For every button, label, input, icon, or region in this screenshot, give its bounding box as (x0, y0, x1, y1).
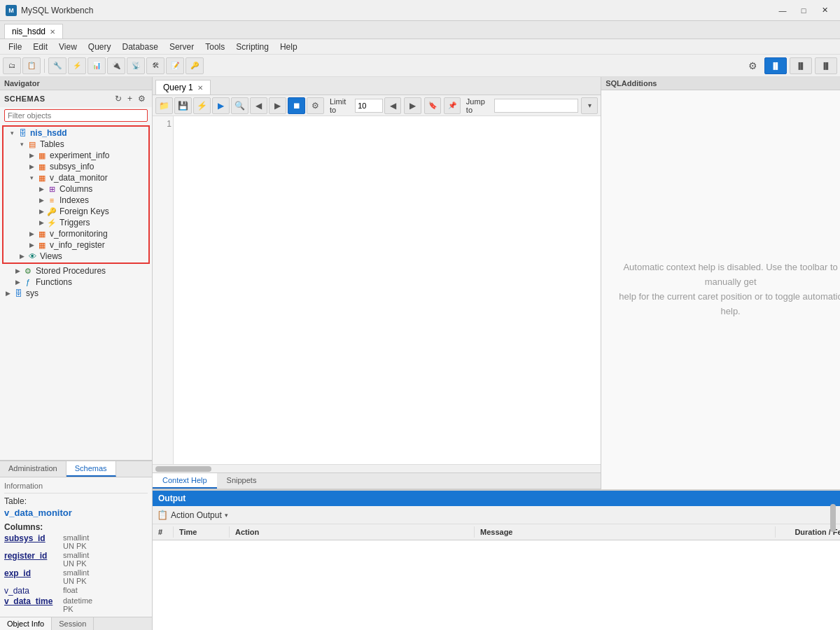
tab-object-info[interactable]: Object Info (0, 617, 52, 630)
functions-node[interactable]: ▶ ƒ Functions (0, 276, 152, 288)
line-numbers: 1 (153, 116, 174, 464)
sql-nav-next-btn[interactable]: ▶ (404, 97, 421, 114)
info-col-v-data-time: v_data_time datetimePK (4, 596, 148, 613)
query-scrollbar[interactable] (153, 464, 601, 472)
tree-arrow-icon: ▶ (36, 197, 46, 204)
schema-label: nis_hsdd (30, 128, 67, 138)
add-schema-btn[interactable]: + (125, 93, 134, 104)
menu-file[interactable]: File (3, 41, 27, 53)
main-toolbar: 🗂 📋 🔧 ⚡ 📊 🔌 📡 🛠 📝 🔑 ⚙ ▐▌ ▐▌ ▐▌ (0, 55, 840, 77)
toolbar-btn-10[interactable]: 🔑 (186, 57, 204, 74)
col-message: Message (475, 526, 776, 538)
information-header: Information (4, 480, 148, 493)
execute-btn[interactable]: ⚡ (193, 97, 211, 114)
menu-tools[interactable]: Tools (200, 41, 230, 53)
bottom-tabs: Administration Schemas (0, 461, 152, 477)
views-label: Views (40, 251, 62, 261)
tab-snippets[interactable]: Snippets (217, 473, 267, 489)
jump-to-label: Jump to (466, 97, 491, 114)
tree-arrow-icon: ▶ (17, 253, 27, 260)
sql-additions-header: SQLAdditions (601, 77, 840, 90)
prev-btn[interactable]: ◀ (250, 97, 267, 114)
gear-icon[interactable]: ⚙ (743, 57, 762, 74)
tree-arrow-icon: ▶ (13, 279, 22, 286)
tab-session[interactable]: Session (52, 617, 94, 630)
foreign-keys-node[interactable]: ▶ 🔑 Foreign Keys (4, 206, 148, 217)
foreign-keys-label: Foreign Keys (59, 206, 109, 216)
stop-btn[interactable]: ⏹ (288, 97, 305, 114)
toolbar-btn-6[interactable]: 🔌 (107, 57, 125, 74)
maximize-button[interactable]: □ (794, 4, 813, 18)
menu-view[interactable]: View (53, 41, 83, 53)
toolbar-btn-2[interactable]: 📋 (22, 57, 41, 74)
table-label: v_formonitoring (50, 229, 108, 239)
menu-server[interactable]: Server (164, 41, 200, 53)
toolbar-btn-1[interactable]: 🗂 (3, 57, 21, 74)
search-btn[interactable]: 🔍 (231, 97, 248, 114)
output-header: Output (153, 491, 840, 506)
close-button[interactable]: ✕ (815, 4, 834, 18)
next-btn[interactable]: ▶ (269, 97, 286, 114)
query-textarea[interactable] (174, 116, 601, 464)
tab-administration[interactable]: Administration (0, 461, 66, 477)
limit-input[interactable] (355, 99, 383, 113)
bookmark-btn[interactable]: 🔖 (424, 97, 441, 114)
menu-scripting[interactable]: Scripting (230, 41, 274, 53)
minimize-button[interactable]: — (773, 4, 792, 18)
search-schema-btn[interactable]: ⚙ (136, 93, 148, 104)
query-tab-bar: Query 1 ✕ (153, 77, 601, 95)
execute-current-btn[interactable]: ▶ (212, 97, 230, 114)
triggers-node[interactable]: ▶ ⚡ Triggers (4, 217, 148, 228)
toolbar-btn-5[interactable]: 📊 (88, 57, 106, 74)
table-v-data-monitor[interactable]: ▾ ▦ v_data_monitor (4, 172, 148, 183)
col-type-exp-id: smallintUN PK (63, 568, 89, 585)
indexes-node[interactable]: ▶ ≡ Indexes (4, 195, 148, 206)
toggle-btn[interactable]: ⚙ (307, 97, 324, 114)
views-node[interactable]: ▶ 👁 Views (4, 251, 148, 262)
menu-help[interactable]: Help (274, 41, 303, 53)
foreign-keys-icon: 🔑 (46, 206, 57, 216)
col-name-v-data-time: v_data_time (4, 596, 60, 613)
filter-objects-input[interactable] (4, 109, 148, 122)
save-btn[interactable]: 💾 (174, 97, 192, 114)
toolbar-btn-7[interactable]: 📡 (127, 57, 145, 74)
table-v-info-register[interactable]: ▶ ▦ v_info_register (4, 239, 148, 251)
refresh-schema-btn[interactable]: ↻ (113, 93, 124, 104)
toolbar-btn-3[interactable]: 🔧 (48, 57, 66, 74)
sql-nav-prev-btn[interactable]: ◀ (384, 97, 401, 114)
col-name-exp-id: exp_id (4, 568, 60, 585)
stored-procedures-node[interactable]: ▶ ⚙ Stored Procedures (0, 265, 152, 276)
toolbar-btn-9[interactable]: 📝 (166, 57, 184, 74)
table-v-formonitoring[interactable]: ▶ ▦ v_formonitoring (4, 228, 148, 239)
bookmark2-btn[interactable]: 📌 (444, 97, 461, 114)
info-col-exp-id: exp_id smallintUN PK (4, 568, 148, 585)
schema-nis-hsdd[interactable]: ▾ 🗄 nis_hsdd (4, 127, 148, 139)
schema-sys[interactable]: ▶ 🗄 sys (0, 288, 152, 299)
layout-btn-2[interactable]: ▐▌ (790, 57, 812, 74)
tab-schemas[interactable]: Schemas (66, 461, 116, 477)
query-tab-1[interactable]: Query 1 ✕ (155, 80, 211, 94)
menu-query[interactable]: Query (83, 41, 117, 53)
jump-to-dropdown-btn[interactable]: ▾ (581, 97, 598, 114)
open-file-btn[interactable]: 📁 (155, 97, 173, 114)
tree-arrow-icon: ▶ (27, 152, 36, 159)
tab-close-icon[interactable]: ✕ (50, 28, 55, 36)
tables-node[interactable]: ▾ ▤ Tables (4, 139, 148, 150)
table-icon: ▦ (36, 162, 48, 172)
layout-btn-3[interactable]: ▐▌ (815, 57, 837, 74)
table-subsys-info[interactable]: ▶ ▦ subsys_info (4, 161, 148, 172)
menu-edit[interactable]: Edit (27, 41, 53, 53)
table-experiment-info[interactable]: ▶ ▦ experiment_info (4, 150, 148, 161)
menu-database[interactable]: Database (117, 41, 164, 53)
tree-arrow-icon: ▶ (27, 241, 36, 248)
tree-arrow-icon: ▾ (7, 130, 17, 136)
tab-context-help[interactable]: Context Help (153, 473, 217, 489)
toolbar-btn-8[interactable]: 🛠 (146, 57, 164, 74)
layout-btn-1[interactable]: ▐▌ (764, 57, 787, 74)
query-tab-close-icon[interactable]: ✕ (197, 84, 203, 92)
jump-to-input[interactable] (494, 99, 578, 113)
tab-nis-hsdd[interactable]: nis_hsdd ✕ (4, 24, 63, 38)
output-type-select[interactable]: 📋 Action Output ▾ (157, 510, 228, 520)
columns-node[interactable]: ▶ ⊞ Columns (4, 183, 148, 195)
toolbar-btn-4[interactable]: ⚡ (68, 57, 86, 74)
